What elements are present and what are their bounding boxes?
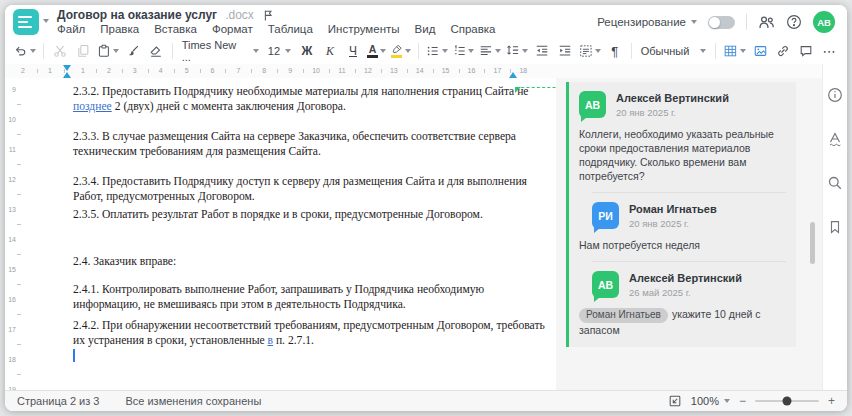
paragraph-borders-button[interactable] (577, 40, 603, 62)
menu-file[interactable]: Файл (57, 23, 85, 35)
comment-date: 20 янв 2025 г. (616, 107, 729, 118)
paragraph-2-3-3[interactable]: 2.3.3. В случае размещения Сайта на серв… (73, 129, 535, 159)
paragraph-2-4-1[interactable]: 2.4.1. Контролировать выполнение Работ, … (73, 282, 535, 312)
paste-caret-icon (113, 49, 119, 53)
collaboration-users-icon[interactable] (758, 15, 775, 30)
app-logo-icon[interactable] (13, 9, 39, 35)
align-button[interactable] (477, 40, 503, 62)
increase-indent-button[interactable] (554, 40, 576, 62)
comment-thread-card[interactable]: АВ Алексей Вертинский 20 янв 2025 г. Кол… (566, 82, 796, 347)
paragraph-2-4-2[interactable]: 2.4.2. При обнаружении несоответствий тр… (73, 318, 535, 348)
mention-badge[interactable]: Роман Игнатьев (579, 308, 668, 323)
highlight-color-button[interactable] (389, 40, 413, 62)
clear-style-button[interactable] (145, 40, 167, 62)
status-bar: Страница 2 из 3 Все изменения сохранены … (5, 390, 847, 411)
search-icon[interactable] (826, 174, 844, 192)
comments-panel: АВ Алексей Вертинский 20 янв 2025 г. Кол… (556, 78, 822, 390)
comment-text: Коллеги, необходимо указать реальные сро… (579, 127, 786, 183)
comments-scrollbar[interactable] (810, 222, 815, 264)
line-spacing-button[interactable] (504, 40, 530, 62)
copy-button[interactable] (72, 40, 94, 62)
divider (592, 261, 786, 262)
header: Договор на оказание услуг.docx Файл Прав… (5, 5, 847, 38)
cut-button[interactable] (49, 40, 71, 62)
horizontal-ruler[interactable]: 21123456789101112131415161718 (5, 64, 847, 78)
decrease-indent-button[interactable] (531, 40, 553, 62)
toolbar: Times New ... 12 Ж К Ч А (5, 38, 847, 64)
insert-comment-button[interactable] (795, 40, 817, 62)
spellcheck-icon[interactable] (826, 130, 844, 148)
bookmark-icon[interactable] (826, 218, 844, 236)
chevron-down-icon (442, 49, 448, 53)
insert-table-button[interactable] (721, 40, 748, 62)
user-avatar[interactable]: АВ (813, 11, 835, 33)
favorite-flag-icon[interactable] (262, 9, 274, 22)
zoom-out-button[interactable]: − (739, 395, 746, 407)
zoom-level-select[interactable]: 100% (691, 395, 730, 407)
save-status: Все изменения сохранены (125, 395, 261, 407)
main-area: 21123456789101112131415161718 9101112131… (5, 64, 847, 390)
bullet-list-button[interactable] (424, 40, 450, 62)
undo-button[interactable] (12, 40, 38, 62)
paragraph-2-3-2[interactable]: 2.3.2. Предоставить Подрядчику необходим… (73, 84, 535, 114)
menu-view[interactable]: Вид (415, 23, 436, 35)
zoom-slider-thumb[interactable] (782, 397, 791, 406)
comment-avatar: АВ (579, 91, 606, 118)
help-icon[interactable] (786, 14, 802, 30)
menu-edit[interactable]: Правка (100, 23, 139, 35)
numbered-list-button[interactable] (451, 40, 477, 62)
text-cursor (73, 349, 75, 362)
nonprinting-chars-button[interactable]: ¶ (604, 40, 626, 62)
tracked-insertion: позднее (73, 100, 112, 113)
divider (592, 192, 786, 193)
chevron-down-icon (285, 49, 291, 53)
zoom-slider[interactable] (755, 400, 819, 402)
review-mode-dropdown[interactable]: Рецензирование (597, 16, 697, 28)
page-indicator[interactable]: Страница 2 из 3 (17, 395, 99, 407)
menu-help[interactable]: Справка (450, 23, 495, 35)
paragraph-2-4[interactable]: 2.4. Заказчик вправе: (73, 254, 535, 269)
app-window: Договор на оказание услуг.docx Файл Прав… (5, 5, 847, 411)
font-size-select[interactable]: 12 (264, 40, 295, 62)
comment-text: Нам потребуется неделя (579, 238, 786, 252)
right-sidebar (822, 64, 847, 390)
insert-image-button[interactable] (749, 40, 771, 62)
menu-table[interactable]: Таблица (268, 23, 313, 35)
menu-tools[interactable]: Инструменты (328, 23, 400, 35)
info-icon[interactable] (826, 86, 844, 104)
vertical-ruler[interactable]: 910111213141516171819 (5, 78, 23, 390)
zoom-in-button[interactable]: + (828, 395, 835, 407)
insert-link-button[interactable] (772, 40, 794, 62)
review-toggle[interactable] (708, 16, 735, 29)
underline-button[interactable]: Ч (342, 40, 364, 62)
chevron-down-icon (522, 49, 528, 53)
chevron-down-icon (724, 399, 730, 403)
menu-insert[interactable]: Вставка (154, 23, 197, 35)
font-name-select[interactable]: Times New ... (178, 40, 263, 62)
menu-bar: Файл Правка Вставка Формат Таблица Инстр… (57, 23, 496, 35)
comment-reply[interactable]: РИ Роман Игнатьев 20 янв 2025 г. Нам пот… (592, 202, 786, 252)
chevron-down-icon (380, 49, 386, 53)
logo-menu-caret-icon[interactable] (43, 19, 49, 23)
font-color-button[interactable]: А (365, 40, 388, 62)
fit-width-icon[interactable] (668, 394, 682, 408)
divider (746, 14, 747, 30)
paragraph-2-3-4[interactable]: 2.3.4. Предоставить Подрядчику доступ к … (73, 174, 535, 204)
document-page[interactable]: 2.3.2. Предоставить Подрядчику необходим… (23, 78, 556, 390)
comment-author: Алексей Вертинский (629, 271, 742, 284)
paragraph-2-3-5[interactable]: 2.3.5. Оплатить результат Работ в порядк… (73, 207, 535, 222)
comment-reply[interactable]: АВ Алексей Вертинский 26 май 2025 г. Ром… (592, 271, 786, 337)
undo-caret-icon (30, 49, 36, 53)
document-extension: .docx (225, 8, 254, 22)
copy-style-button[interactable] (122, 40, 144, 62)
chevron-down-icon (691, 20, 697, 24)
menu-format[interactable]: Формат (212, 23, 253, 35)
italic-button[interactable]: К (319, 40, 341, 62)
paste-button[interactable] (95, 40, 121, 62)
comment-text: Роман Игнатьевукажите 10 дней с запасом (579, 307, 786, 337)
paragraph-style-select[interactable]: Обычный (637, 40, 710, 62)
bold-button[interactable]: Ж (296, 40, 318, 62)
comment-author: Алексей Вертинский (616, 91, 729, 104)
more-tools-button[interactable]: ⋯ (818, 40, 840, 62)
comment-avatar: АВ (592, 271, 619, 298)
